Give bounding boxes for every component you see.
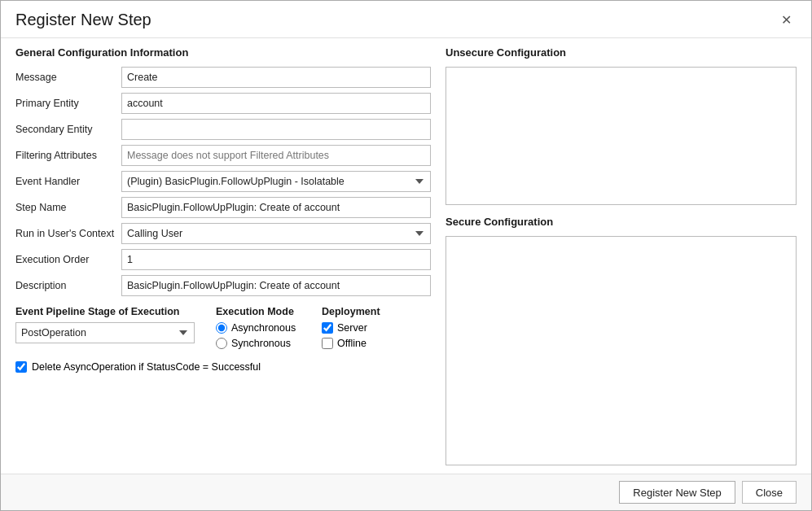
message-label: Message (15, 72, 121, 83)
asynchronous-label: Asynchronous (231, 322, 296, 334)
left-panel: General Configuration Information Messag… (15, 46, 431, 465)
event-handler-row: Event Handler (Plugin) BasicPlugin.Follo… (15, 171, 431, 192)
bottom-bar: Register New Step Close (1, 474, 811, 510)
primary-entity-label: Primary Entity (15, 98, 121, 109)
step-name-input[interactable] (121, 197, 431, 218)
step-name-row: Step Name (15, 197, 431, 218)
run-in-context-select[interactable]: Calling User (121, 223, 431, 244)
delete-async-row: Delete AsyncOperation if StatusCode = Su… (15, 361, 431, 373)
deployment-title: Deployment (322, 306, 406, 317)
execution-order-label: Execution Order (15, 254, 121, 265)
asynchronous-radio-row: Asynchronous (216, 322, 317, 334)
filtering-attributes-label: Filtering Attributes (15, 150, 121, 161)
execution-mode-group: Execution Mode Asynchronous Synchronous (211, 306, 317, 353)
synchronous-label: Synchronous (231, 338, 291, 349)
run-in-context-row: Run in User's Context Calling User (15, 223, 431, 244)
pipeline-group: Event Pipeline Stage of Execution PostOp… (15, 306, 211, 343)
register-new-step-button[interactable]: Register New Step (619, 481, 735, 504)
dialog-title: Register New Step (15, 11, 151, 29)
synchronous-radio[interactable] (216, 338, 227, 349)
description-label: Description (15, 280, 121, 291)
filtering-attributes-row: Filtering Attributes (15, 145, 431, 166)
close-button[interactable]: Close (742, 481, 797, 504)
message-input[interactable] (121, 67, 431, 88)
offline-checkbox[interactable] (322, 338, 333, 349)
main-content: General Configuration Information Messag… (1, 38, 811, 474)
primary-entity-input[interactable] (121, 93, 431, 114)
secure-config-textarea[interactable] (446, 236, 797, 465)
secondary-entity-input[interactable] (121, 119, 431, 140)
general-config-title: General Configuration Information (15, 46, 431, 59)
close-x-button[interactable]: ✕ (776, 11, 797, 29)
run-in-context-label: Run in User's Context (15, 228, 121, 239)
offline-label: Offline (337, 338, 366, 349)
dialog: Register New Step ✕ General Configuratio… (0, 0, 812, 511)
right-panel: Unsecure Configuration Secure Configurat… (446, 46, 797, 465)
lower-section: Event Pipeline Stage of Execution PostOp… (15, 306, 431, 353)
pipeline-select[interactable]: PostOperation PreValidation PreOperation (15, 322, 195, 343)
deployment-group: Deployment Server Offline (317, 306, 406, 353)
event-handler-select[interactable]: (Plugin) BasicPlugin.FollowUpPlugin - Is… (121, 171, 431, 192)
unsecure-config-textarea[interactable] (446, 67, 797, 205)
pipeline-group-title: Event Pipeline Stage of Execution (15, 306, 211, 317)
delete-async-label: Delete AsyncOperation if StatusCode = Su… (32, 361, 261, 373)
secure-config-title: Secure Configuration (446, 216, 797, 228)
description-input[interactable] (121, 275, 431, 296)
description-row: Description (15, 275, 431, 296)
server-checkbox[interactable] (322, 322, 333, 334)
secure-textarea-wrapper (446, 236, 797, 465)
message-row: Message (15, 67, 431, 88)
title-bar: Register New Step ✕ (1, 1, 811, 38)
server-checkbox-row: Server (322, 322, 406, 334)
asynchronous-radio[interactable] (216, 322, 227, 334)
synchronous-radio-row: Synchronous (216, 338, 317, 349)
execution-mode-title: Execution Mode (216, 306, 317, 317)
step-name-label: Step Name (15, 202, 121, 213)
unsecure-textarea-wrapper (446, 67, 797, 209)
secondary-entity-label: Secondary Entity (15, 124, 121, 135)
unsecure-section: Unsecure Configuration (446, 46, 797, 209)
server-label: Server (337, 322, 367, 334)
execution-order-input[interactable] (121, 249, 431, 270)
execution-order-row: Execution Order (15, 249, 431, 270)
filtering-attributes-input[interactable] (121, 145, 431, 166)
secondary-entity-row: Secondary Entity (15, 119, 431, 140)
offline-checkbox-row: Offline (322, 338, 406, 349)
delete-async-checkbox[interactable] (15, 361, 27, 373)
event-handler-label: Event Handler (15, 176, 121, 187)
secure-section: Secure Configuration (446, 216, 797, 465)
unsecure-config-title: Unsecure Configuration (446, 46, 797, 59)
primary-entity-row: Primary Entity (15, 93, 431, 114)
